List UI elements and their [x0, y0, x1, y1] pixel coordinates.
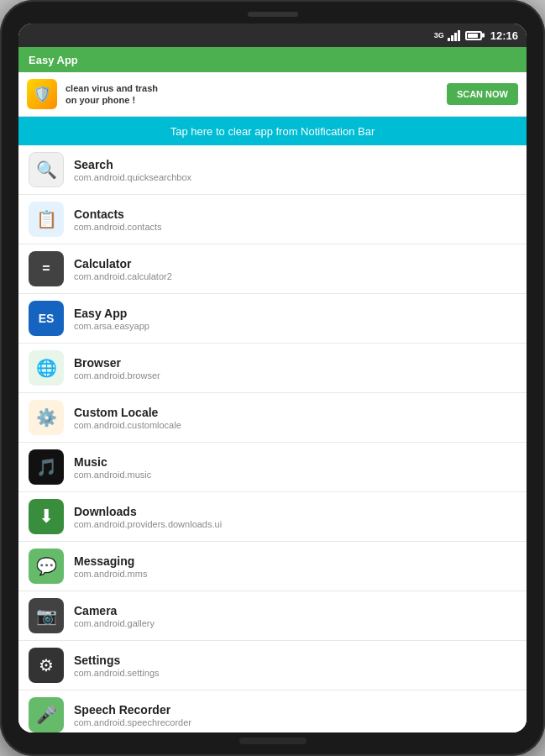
- app-name: Easy App: [74, 307, 516, 320]
- app-info: Camera com.android.gallery: [74, 604, 516, 628]
- app-icon: ⚙️: [29, 400, 64, 435]
- app-name: Settings: [74, 654, 516, 667]
- app-item[interactable]: 🔍 Search com.android.quicksearchbox: [18, 145, 527, 195]
- app-package: com.android.mms: [74, 569, 516, 579]
- app-icon: ⬇: [29, 499, 64, 534]
- app-item[interactable]: = Calculator com.android.calculator2: [18, 244, 527, 294]
- app-info: Calculator com.android.calculator2: [74, 257, 516, 281]
- network-label: 3G: [434, 31, 444, 39]
- app-info: Contacts com.android.contacts: [74, 207, 516, 232]
- app-package: com.android.browser: [74, 370, 516, 381]
- app-name: Browser: [74, 356, 516, 370]
- app-info: Easy App com.arsa.easyapp: [74, 307, 516, 331]
- signal-icon: [448, 29, 460, 41]
- app-item[interactable]: ⚙️ Custom Locale com.android.customlocal…: [18, 393, 527, 443]
- app-name: Downloads: [74, 505, 516, 518]
- app-item[interactable]: ⬇ Downloads com.android.providers.downlo…: [18, 492, 527, 542]
- notif-clear-text: Tap here to clear app from Notification …: [170, 125, 375, 138]
- app-package: com.android.music: [74, 470, 516, 480]
- app-item[interactable]: 🎵 Music com.android.music: [18, 443, 527, 492]
- app-icon: 🔍: [29, 152, 64, 187]
- app-name: Speech Recorder: [74, 703, 516, 717]
- signal-bar-2: [451, 35, 453, 41]
- app-package: com.android.gallery: [74, 618, 516, 628]
- app-icon: =: [29, 251, 64, 286]
- app-icon: ES: [29, 301, 64, 336]
- signal-bar-3: [454, 33, 457, 41]
- app-info: Messaging com.android.mms: [74, 554, 516, 579]
- status-bar: 3G 12:16: [18, 24, 527, 47]
- app-name: Camera: [74, 604, 516, 617]
- app-item[interactable]: ES Easy App com.arsa.easyapp: [18, 294, 527, 344]
- app-info: Speech Recorder com.android.speechrecord…: [74, 703, 516, 727]
- app-package: com.android.speechrecorder: [74, 717, 516, 727]
- app-name: Contacts: [74, 207, 516, 221]
- app-item[interactable]: 🎤 Speech Recorder com.android.speechreco…: [18, 690, 527, 732]
- app-icon: 🌐: [29, 350, 64, 386]
- app-package: com.android.contacts: [74, 222, 516, 232]
- ad-banner[interactable]: 🛡️ clean virus and trashon your phone ! …: [18, 72, 527, 117]
- app-icon: 📷: [29, 598, 64, 633]
- app-item[interactable]: 📷 Camera com.android.gallery: [18, 591, 527, 641]
- app-name: Messaging: [74, 554, 516, 568]
- app-info: Browser com.android.browser: [74, 356, 516, 381]
- app-icon: 💬: [29, 549, 64, 584]
- app-name: Search: [74, 158, 516, 171]
- app-info: Downloads com.android.providers.download…: [74, 505, 516, 529]
- ad-icon: 🛡️: [27, 79, 57, 109]
- scan-now-button[interactable]: SCAN NOW: [447, 83, 518, 105]
- app-icon: 📋: [29, 202, 64, 237]
- app-info: Custom Locale com.android.customlocale: [74, 406, 516, 430]
- app-package: com.android.quicksearchbox: [74, 172, 516, 182]
- app-info: Settings com.android.settings: [74, 654, 516, 678]
- status-time: 12:16: [490, 29, 518, 42]
- app-package: com.arsa.easyapp: [74, 321, 516, 331]
- app-info: Music com.android.music: [74, 455, 516, 480]
- app-package: com.android.settings: [74, 668, 516, 678]
- app-name: Music: [74, 455, 516, 469]
- app-title-bar: Easy App: [18, 47, 527, 72]
- device-frame: 3G 12:16 Easy App 🛡️: [0, 0, 545, 756]
- app-icon: 🎤: [29, 697, 64, 732]
- app-package: com.android.providers.downloads.ui: [74, 519, 516, 529]
- app-package: com.android.calculator2: [74, 271, 516, 281]
- app-title: Easy App: [29, 54, 78, 66]
- app-list: 🔍 Search com.android.quicksearchbox 📋 Co…: [18, 145, 527, 732]
- app-item[interactable]: ⚙ Settings com.android.settings: [18, 641, 527, 690]
- ad-text: clean virus and trashon your phone !: [66, 82, 438, 107]
- app-name: Custom Locale: [74, 406, 516, 419]
- screen: 3G 12:16 Easy App 🛡️: [18, 24, 527, 732]
- app-item[interactable]: 🌐 Browser com.android.browser: [18, 344, 527, 393]
- app-item[interactable]: 📋 Contacts com.android.contacts: [18, 195, 527, 244]
- status-icons: 3G 12:16: [434, 29, 518, 42]
- battery-fill: [468, 34, 478, 38]
- app-icon: ⚙: [29, 648, 64, 683]
- app-info: Search com.android.quicksearchbox: [74, 158, 516, 182]
- signal-bar-1: [448, 38, 450, 41]
- app-icon: 🎵: [29, 449, 64, 485]
- signal-bar-4: [458, 30, 460, 41]
- app-item[interactable]: 💬 Messaging com.android.mms: [18, 542, 527, 591]
- battery-icon: [465, 31, 482, 40]
- app-name: Calculator: [74, 257, 516, 270]
- notif-clear-bar[interactable]: Tap here to clear app from Notification …: [18, 117, 527, 145]
- app-package: com.android.customlocale: [74, 420, 516, 430]
